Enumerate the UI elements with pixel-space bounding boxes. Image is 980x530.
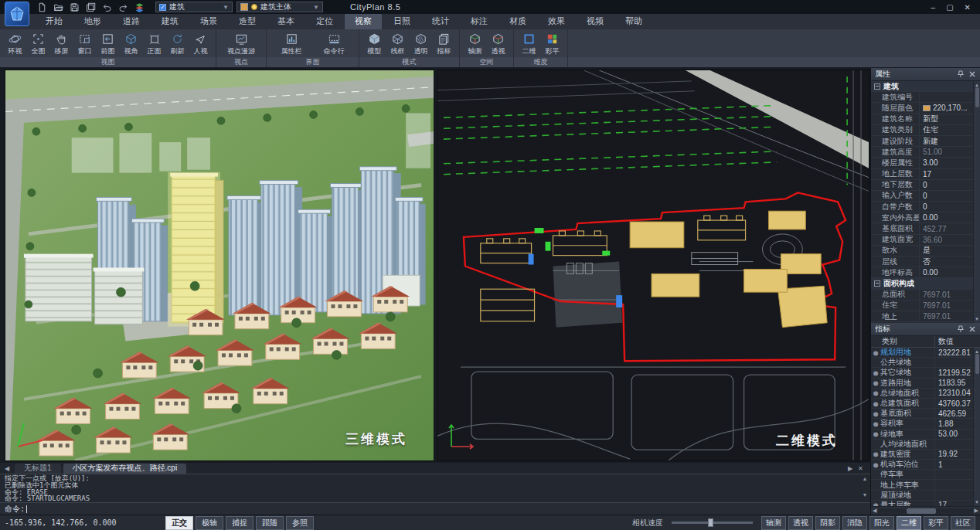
menu-tab[interactable]: 效果 xyxy=(538,13,575,29)
indicator-row[interactable]: ⬤ 绿地率 53.00 xyxy=(871,430,973,440)
indicator-row[interactable]: ⬤ 道路用地 1183.95 xyxy=(871,379,973,389)
ribbon-button[interactable]: 线框 xyxy=(386,32,409,57)
collapse-group-icon[interactable] xyxy=(874,83,880,90)
indicator-row[interactable]: ⬤ 地上停车率 xyxy=(871,480,973,490)
scroll-thumb[interactable] xyxy=(975,87,979,107)
indicator-row[interactable]: ⬤ 容积率 1.88 xyxy=(871,419,973,429)
ribbon-button[interactable]: 轴测 xyxy=(464,32,486,57)
redo-icon[interactable] xyxy=(117,2,129,13)
menu-tab[interactable]: 场景 xyxy=(190,13,227,29)
property-row[interactable]: 输入户数 0 xyxy=(871,191,973,202)
indicator-row[interactable]: ⬤ 规划用地 23222.81 xyxy=(871,348,973,358)
minimize-button[interactable]: – xyxy=(931,3,936,12)
status-toggle[interactable]: 极轴 xyxy=(196,516,223,530)
property-row[interactable]: 楼层属性 3.00 xyxy=(871,158,973,168)
indicator-row[interactable]: ⬤ 停车率 xyxy=(871,470,973,480)
property-row[interactable]: 建筑 xyxy=(871,81,973,92)
status-toggle[interactable]: 正交 xyxy=(165,516,193,530)
undo-icon[interactable] xyxy=(100,2,113,13)
status-toggle[interactable]: 参照 xyxy=(286,516,314,530)
indicator-row[interactable]: ⬤ 最大层数 17 xyxy=(871,501,973,506)
console-scroll-up-icon[interactable]: ▲ xyxy=(863,476,868,481)
save-icon[interactable] xyxy=(68,2,80,13)
property-row[interactable]: 地上层数 17 xyxy=(871,169,973,180)
layer-dropdown[interactable]: ✓ 建筑 ▼ xyxy=(155,2,233,12)
menu-tab[interactable]: 标注 xyxy=(461,13,498,29)
property-row[interactable]: 建筑面宽 36.60 xyxy=(871,235,973,246)
pin-icon[interactable] xyxy=(957,70,965,78)
menu-tab[interactable]: 日照 xyxy=(383,13,420,29)
property-row[interactable]: 建筑名称 新型 xyxy=(871,114,973,125)
view-mode-button[interactable]: 消隐 xyxy=(842,516,867,530)
indicator-row[interactable]: ⬤ 基底面积 4626.59 xyxy=(871,409,973,419)
scroll-down-icon[interactable]: ▼ xyxy=(975,317,979,321)
tab-scroll-left-icon[interactable]: ◀ xyxy=(5,465,12,472)
menu-tab[interactable]: 帮助 xyxy=(615,13,652,29)
open-file-icon[interactable] xyxy=(52,2,64,13)
tab-scroll-right-icon[interactable]: ▶ xyxy=(848,465,856,472)
view-mode-button[interactable]: 社区 xyxy=(951,516,975,530)
indicator-row[interactable]: ⬤ 公共绿地 xyxy=(871,358,973,368)
indicator-row[interactable]: ⬤ 机动车泊位 1 xyxy=(871,460,973,470)
property-row[interactable]: 基底面积 452.77 xyxy=(871,223,973,234)
menu-tab[interactable]: 基本 xyxy=(267,13,305,29)
close-button[interactable]: ✕ xyxy=(965,3,971,12)
menu-tab[interactable]: 造型 xyxy=(229,13,266,29)
indicator-row[interactable]: ⬤ 总建筑面积 43760.37 xyxy=(871,399,973,409)
menu-tab[interactable]: 道路 xyxy=(113,13,150,29)
property-row[interactable]: 层线 否 xyxy=(871,257,973,267)
indicator-row[interactable]: ⬤ 其它绿地 12199.52 xyxy=(871,368,973,378)
viewport-3d[interactable]: 三维模式 xyxy=(5,70,434,461)
ribbon-button[interactable]: 透视 xyxy=(487,32,509,57)
menu-tab[interactable]: 统计 xyxy=(422,13,459,29)
2d-scene[interactable] xyxy=(437,70,869,460)
property-row[interactable]: 随层颜色 220,170... xyxy=(871,103,973,114)
ribbon-button[interactable]: 人视 xyxy=(189,32,212,57)
document-tab[interactable]: 小区方案发布存视点、路径.cpi xyxy=(63,464,187,474)
tab-close-icon[interactable]: ✕ xyxy=(858,465,866,472)
view-mode-button[interactable]: 透视 xyxy=(788,516,813,530)
color-swatch[interactable] xyxy=(923,105,931,111)
property-row[interactable]: 建筑高度 51.00 xyxy=(871,147,973,158)
property-row[interactable]: 地下层数 0 xyxy=(871,180,973,191)
collapse-group-icon[interactable] xyxy=(874,280,880,287)
properties-scrollbar[interactable]: ▲ ▼ xyxy=(973,81,980,323)
console-scroll-down-icon[interactable]: ▼ xyxy=(863,492,868,498)
app-logo-button[interactable] xyxy=(5,2,29,26)
slider-handle[interactable] xyxy=(708,518,713,527)
property-row[interactable]: 面积构成 xyxy=(871,278,973,289)
property-row[interactable]: 住宅 7697.01 xyxy=(871,301,973,311)
panel-close-icon[interactable] xyxy=(968,70,976,78)
document-tab[interactable]: 无标题1 xyxy=(15,464,61,474)
scroll-down-icon[interactable]: ▼ xyxy=(975,500,979,505)
camera-speed-slider[interactable] xyxy=(672,522,753,524)
panel-close-icon[interactable] xyxy=(968,325,976,333)
checkbox-icon[interactable]: ✓ xyxy=(159,4,166,11)
scroll-right-icon[interactable]: ▶ xyxy=(975,508,978,514)
viewport-2d[interactable]: 二维模式 xyxy=(437,70,869,461)
indicators-scrollbar[interactable]: ▲ ▼ xyxy=(973,348,980,506)
scroll-thumb[interactable] xyxy=(975,354,979,374)
style-dropdown[interactable]: 建筑主体 ▼ xyxy=(236,2,323,12)
status-toggle[interactable]: 跟随 xyxy=(256,516,284,530)
ribbon-button[interactable]: 窗口 xyxy=(73,32,96,57)
ribbon-button[interactable]: 属性栏 xyxy=(271,32,312,57)
indicators-hscrollbar[interactable]: ◀ ▶ xyxy=(871,506,980,515)
ribbon-button[interactable]: 二维 xyxy=(518,32,540,57)
ribbon-button[interactable]: 命令行 xyxy=(313,32,355,57)
scroll-thumb[interactable] xyxy=(907,508,936,514)
view-mode-button[interactable]: 二维 xyxy=(897,516,921,530)
ribbon-button[interactable]: 指标 xyxy=(433,32,455,57)
status-toggle[interactable]: 捕捉 xyxy=(226,516,254,530)
menu-tab[interactable]: 地形 xyxy=(74,13,111,29)
property-row[interactable]: 建筑编号 xyxy=(871,92,973,103)
menu-tab[interactable]: 视频 xyxy=(577,13,614,29)
menu-tab[interactable]: 开始 xyxy=(36,13,73,29)
property-row[interactable]: 室内外高差 0.00 xyxy=(871,212,973,223)
view-mode-button[interactable]: 阴影 xyxy=(815,516,840,530)
indicator-row[interactable]: ⬤ 总绿地面积 12310.04 xyxy=(871,389,973,399)
property-row[interactable]: 散水 是 xyxy=(871,246,973,257)
ribbon-button[interactable]: 刷新 xyxy=(166,32,189,57)
menu-tab[interactable]: 视察 xyxy=(345,13,382,29)
ribbon-button[interactable]: 环视 xyxy=(4,32,26,57)
